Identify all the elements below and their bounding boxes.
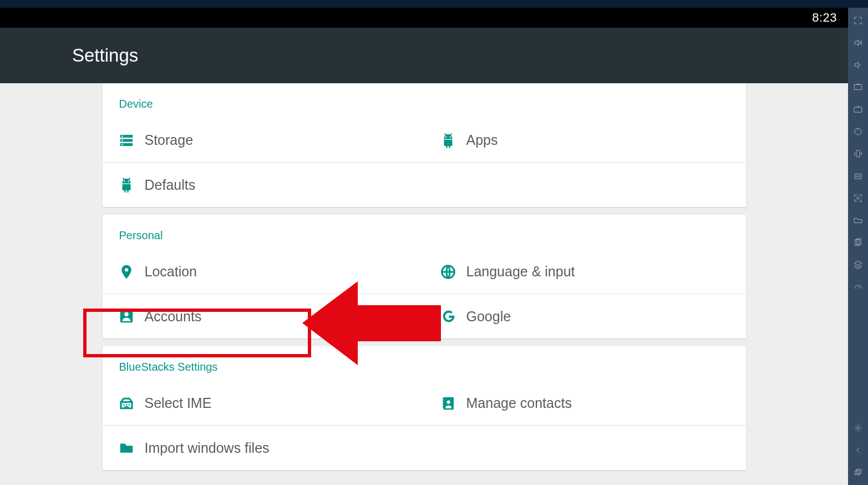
settings-card: BlueStacks SettingsSelect IMEManage cont… [103,346,746,470]
fullscreen-icon[interactable] [848,11,868,30]
svg-line-20 [444,133,446,135]
copy-icon[interactable] [848,233,868,252]
settings-item-storage[interactable]: Storage [103,118,424,163]
settings-item-label: Google [466,309,511,325]
svg-point-16 [121,139,123,141]
settings-item-label: Accounts [145,309,202,325]
media-icon[interactable] [848,100,868,119]
svg-point-29 [124,312,129,317]
svg-point-2 [855,128,861,135]
android-icon [430,132,466,149]
multi-icon[interactable] [848,463,868,482]
settings-card: DeviceStorageAppsDefaults [103,83,746,207]
status-time: 8:23 [812,11,837,25]
volume-up-icon[interactable] [848,33,868,52]
storage-icon [108,132,145,149]
card-header: BlueStacks Settings [103,346,746,381]
settings-icon[interactable] [848,418,868,437]
settings-item-google[interactable]: Google [424,294,746,339]
svg-line-21 [450,133,451,135]
card-header: Device [103,83,746,118]
apk-icon[interactable]: APK [848,166,868,185]
svg-point-26 [124,268,128,271]
settings-item-label: Language & input [466,264,575,280]
svg-point-15 [121,135,123,137]
settings-item-apps[interactable]: Apps [424,118,746,163]
settings-item-defaults[interactable]: Defaults [103,163,424,207]
settings-content: DeviceStorageAppsDefaultsPersonalLocatio… [0,83,848,485]
shake-icon[interactable] [848,144,868,163]
camera-icon[interactable] [848,189,868,208]
empty-cell [424,426,746,470]
svg-rect-10 [855,471,860,475]
settings-card: PersonalLocationLanguage & inputAccounts… [103,215,746,339]
layers-icon[interactable] [848,255,868,274]
back-icon[interactable] [848,441,868,459]
settings-item-label: Location [145,264,197,280]
settings-item-label: Storage [145,132,194,148]
toolbar-right: APK [848,8,868,485]
svg-point-19 [449,136,451,138]
location-icon [108,264,145,280]
volume-down-icon[interactable] [848,55,868,74]
window-title-bar [0,0,868,8]
settings-item-label: Import windows files [145,440,270,456]
svg-point-31 [446,400,450,403]
settings-item-import-files[interactable]: Import windows files [103,426,424,470]
rotate-icon[interactable] [848,122,868,141]
svg-point-18 [445,136,447,138]
android-icon [108,176,145,193]
settings-item-label: Apps [466,132,498,148]
page-title: Settings [72,45,138,66]
svg-rect-1 [854,107,862,112]
android-screen: 8:23 Settings DeviceStorageAppsDefaultsP… [0,8,848,485]
settings-item-label: Select IME [145,395,212,411]
keymap-icon[interactable] [848,78,868,97]
svg-point-22 [124,181,125,183]
settings-item-label: Defaults [145,177,196,193]
settings-item-language[interactable]: Language & input [424,250,746,294]
google-icon [430,308,466,325]
contacts-icon [430,395,466,412]
settings-item-accounts[interactable]: Accounts [103,294,424,339]
folder-icon [108,439,145,456]
app-header: Settings [0,28,848,83]
svg-point-17 [121,144,123,145]
svg-rect-0 [854,85,862,90]
card-header: Personal [103,215,746,250]
person-icon [108,308,145,325]
svg-line-25 [128,178,130,180]
keyboard-icon [108,395,145,412]
svg-point-23 [128,181,129,183]
speed-icon[interactable] [848,277,868,296]
globe-icon [430,264,466,280]
svg-point-9 [857,427,860,430]
svg-point-6 [857,197,860,200]
emulator-frame: 8:23 Settings DeviceStorageAppsDefaultsP… [0,8,848,485]
svg-line-24 [123,178,124,180]
empty-cell [424,163,746,207]
settings-item-label: Manage contacts [466,395,572,411]
settings-item-select-ime[interactable]: Select IME [103,381,424,426]
svg-rect-3 [856,150,860,157]
svg-rect-11 [857,469,861,474]
svg-text:APK: APK [855,175,860,178]
status-bar: 8:23 [0,8,848,28]
settings-item-contacts[interactable]: Manage contacts [424,381,746,426]
settings-item-location[interactable]: Location [103,250,424,294]
folder-icon[interactable] [848,211,868,230]
